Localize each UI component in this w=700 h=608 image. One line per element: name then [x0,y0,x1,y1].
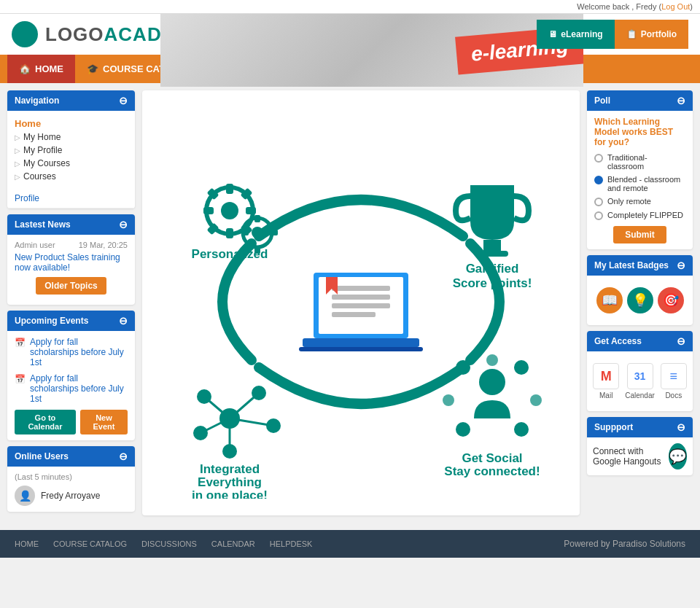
poll-option-3[interactable]: Only remote [594,197,685,206]
event-text-2: Apply for fall scholarships before July … [30,373,128,404]
nav-courses-link[interactable]: ▷ Courses [15,170,128,183]
poll-option-label-3: Only remote [607,197,651,206]
poll-radio-1[interactable] [594,154,603,163]
support-collapse[interactable]: ⊖ [677,421,685,433]
access-calendar[interactable]: 31 Calendar [625,363,655,400]
older-topics-button[interactable]: Older Topics [36,277,106,295]
latest-news-header: Lastest News ⊖ [7,214,135,235]
svg-point-10 [221,202,238,219]
elearning-button[interactable]: 🖥 eLearning [537,20,614,49]
nav-mycourses-link[interactable]: ▷ My Courses [15,157,128,170]
events-collapse[interactable]: ⊖ [119,315,128,327]
docs-icon: ≡ [661,363,687,389]
header-hero-image: e-learning [160,14,583,87]
poll-option-label-4: Completely FLIPPED [607,211,683,219]
svg-rect-23 [241,230,249,235]
navigation-collapse[interactable]: ⊖ [119,95,128,106]
svg-rect-24 [271,230,278,235]
access-gmail[interactable]: M Mail [593,363,619,400]
left-sidebar: Navigation ⊖ Home ▷ My Home ▷ My Profile… [7,90,135,515]
navigation-block: Navigation ⊖ Home ▷ My Home ▷ My Profile… [7,90,135,208]
poll-radio-4[interactable] [594,211,603,220]
svg-rect-5 [332,312,376,317]
poll-option-label-1: Traditional- classroom [607,153,685,171]
get-access-body: M Mail 31 Calendar ≡ Docs [587,351,693,411]
online-users-collapse[interactable]: ⊖ [119,451,128,462]
svg-rect-2 [332,286,390,291]
hangouts-button[interactable]: 💬 [669,443,687,469]
svg-text:Everything: Everything [198,475,262,489]
gmail-label: Mail [599,391,612,400]
footer-discussions[interactable]: DISCUSSIONS [141,539,197,548]
badge-target: 🎯 [658,287,684,313]
elearning-icon: 🖥 [548,29,557,39]
badges-title: My Latest Badges [594,260,669,270]
catalog-icon: 🎓 [87,63,98,74]
footer-home[interactable]: HOME [15,539,39,548]
infographic: Personalized Gamified Score points! Inte… [142,90,580,515]
footer-powered-by: Powered by Paradiso Solutions [564,539,685,549]
access-row: M Mail 31 Calendar ≡ Docs [594,357,685,405]
svg-rect-8 [299,347,423,351]
user-avatar: 👤 [15,486,35,506]
svg-text:Stay connected!: Stay connected! [444,464,540,478]
support-text: Connect with Google Hangouts [593,446,669,467]
calendar-event-icon: 📅 [15,338,26,348]
svg-rect-12 [226,228,233,238]
poll-option-4[interactable]: Completely FLIPPED [594,211,685,220]
svg-point-20 [252,227,263,238]
get-access-header: Get Access ⊖ [587,331,693,351]
svg-rect-4 [332,303,390,308]
poll-radio-2[interactable] [594,176,603,184]
poll-submit-button[interactable]: Submit [613,226,666,243]
portfolio-button[interactable]: 📋 Portfolio [615,20,688,49]
logout-link[interactable]: Log Out [661,2,690,11]
get-access-block: Get Access ⊖ M Mail 31 Calendar ≡ Docs [587,331,693,411]
footer-nav: HOME COURSE CATALOG DISCUSSIONS CALENDAR… [15,539,312,548]
news-title: New Product Sales training now available… [15,252,128,273]
new-event-button[interactable]: New Event [80,410,128,434]
svg-point-41 [456,422,470,437]
badge-idea: 💡 [627,287,653,313]
logo-circle [12,21,38,47]
svg-point-43 [486,354,498,366]
online-users-header: Online Users ⊖ [7,446,135,467]
svg-rect-21 [254,215,260,222]
svg-rect-3 [332,295,390,300]
footer-calendar[interactable]: CALENDAR [211,539,255,548]
get-access-collapse[interactable]: ⊖ [677,335,685,347]
footer-course-catalog[interactable]: COURSE CATALOG [53,539,127,548]
badges-collapse[interactable]: ⊖ [677,260,685,271]
get-access-title: Get Access [594,336,642,346]
footer-helpdesk[interactable]: HELPDESK [270,539,313,548]
navigation-title: Navigation [15,96,59,106]
poll-radio-3[interactable] [594,198,603,206]
nav-myhome-link[interactable]: ▷ My Home [15,130,128,144]
support-header: Suppport ⊖ [587,417,693,437]
upcoming-events-body: 📅 Apply for fall scholarships before Jul… [7,331,135,440]
upcoming-events-title: Upcoming Events [15,316,88,326]
header-buttons: 🖥 eLearning 📋 Portfolio [537,20,688,49]
support-title: Suppport [594,422,633,432]
poll-question: Which Learning Model works BEST for you? [594,117,685,147]
center-content: Personalized Gamified Score points! Inte… [142,90,580,515]
go-to-calendar-button[interactable]: Go to Calendar [15,410,76,434]
poll-body: Which Learning Model works BEST for you?… [587,111,693,249]
nav-home[interactable]: 🏠 HOME [7,55,75,83]
poll-option-1[interactable]: Traditional- classroom [594,153,685,171]
profile-link[interactable]: Profile [7,189,135,208]
online-users-block: Online Users ⊖ (Last 5 minutes) 👤 Fredy … [7,446,135,512]
poll-option-2[interactable]: Blended - classroom and remote [594,175,685,192]
news-collapse[interactable]: ⊖ [119,219,128,230]
portfolio-icon: 📋 [626,29,637,39]
poll-collapse[interactable]: ⊖ [677,95,685,106]
calendar-access-label: Calendar [625,391,655,400]
arrow-icon: ▷ [15,133,20,141]
event-item-1: 📅 Apply for fall scholarships before Jul… [15,337,128,367]
svg-rect-26 [476,251,508,257]
elearning-label: eLearning [561,29,602,39]
main-layout: Navigation ⊖ Home ▷ My Home ▷ My Profile… [0,83,700,523]
nav-home-link[interactable]: Home [15,117,128,130]
access-docs[interactable]: ≡ Docs [661,363,687,400]
nav-myprofile-link[interactable]: ▷ My Profile [15,144,128,157]
